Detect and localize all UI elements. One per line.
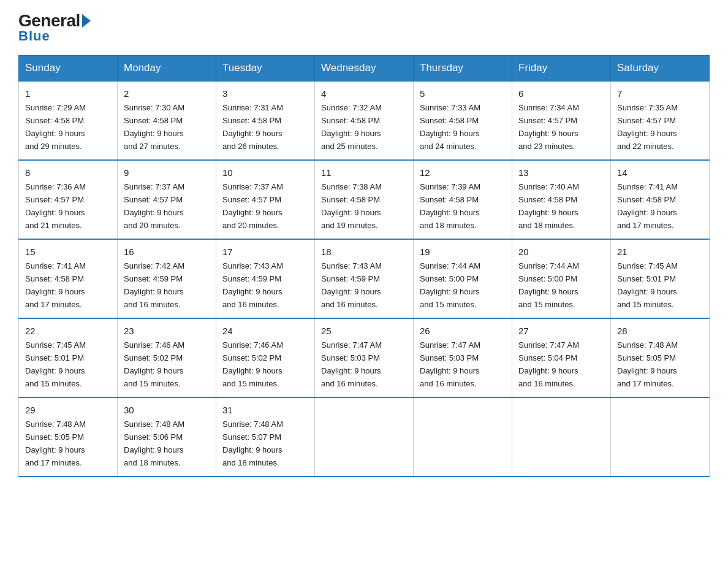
calendar-cell: 28 Sunrise: 7:48 AMSunset: 5:05 PMDaylig… xyxy=(611,318,710,397)
day-number: 4 xyxy=(321,86,407,101)
calendar-cell: 2 Sunrise: 7:30 AMSunset: 4:58 PMDayligh… xyxy=(118,81,216,160)
day-info: Sunrise: 7:48 AMSunset: 5:05 PMDaylight:… xyxy=(25,419,86,467)
week-row-5: 29 Sunrise: 7:48 AMSunset: 5:05 PMDaylig… xyxy=(19,397,710,477)
day-number: 21 xyxy=(617,245,703,259)
calendar-cell: 10 Sunrise: 7:37 AMSunset: 4:57 PMDaylig… xyxy=(216,160,315,239)
calendar-cell: 20 Sunrise: 7:44 AMSunset: 5:00 PMDaylig… xyxy=(512,239,611,318)
day-number: 31 xyxy=(222,403,308,417)
calendar-cell: 7 Sunrise: 7:35 AMSunset: 4:57 PMDayligh… xyxy=(611,81,710,160)
day-number: 22 xyxy=(25,324,111,338)
day-info: Sunrise: 7:36 AMSunset: 4:57 PMDaylight:… xyxy=(25,182,86,230)
day-number: 16 xyxy=(124,245,210,259)
calendar-body: 1 Sunrise: 7:29 AMSunset: 4:58 PMDayligh… xyxy=(19,81,710,477)
calendar-cell: 3 Sunrise: 7:31 AMSunset: 4:58 PMDayligh… xyxy=(216,81,315,160)
day-info: Sunrise: 7:47 AMSunset: 5:04 PMDaylight:… xyxy=(518,340,579,388)
day-info: Sunrise: 7:37 AMSunset: 4:57 PMDaylight:… xyxy=(124,182,184,230)
calendar-cell: 13 Sunrise: 7:40 AMSunset: 4:58 PMDaylig… xyxy=(512,160,611,239)
day-number: 30 xyxy=(124,403,210,417)
day-info: Sunrise: 7:46 AMSunset: 5:02 PMDaylight:… xyxy=(222,340,283,388)
day-info: Sunrise: 7:48 AMSunset: 5:07 PMDaylight:… xyxy=(222,419,283,467)
day-number: 1 xyxy=(25,86,111,101)
day-number: 3 xyxy=(222,86,308,101)
day-info: Sunrise: 7:37 AMSunset: 4:57 PMDaylight:… xyxy=(222,182,283,230)
day-number: 2 xyxy=(124,86,210,101)
calendar-cell xyxy=(512,397,611,477)
week-row-3: 15 Sunrise: 7:41 AMSunset: 4:58 PMDaylig… xyxy=(19,239,710,318)
day-number: 25 xyxy=(321,324,407,338)
week-row-4: 22 Sunrise: 7:45 AMSunset: 5:01 PMDaylig… xyxy=(19,318,710,397)
day-info: Sunrise: 7:35 AMSunset: 4:57 PMDaylight:… xyxy=(617,103,678,151)
calendar-cell: 4 Sunrise: 7:32 AMSunset: 4:58 PMDayligh… xyxy=(315,81,414,160)
calendar-table: SundayMondayTuesdayWednesdayThursdayFrid… xyxy=(18,55,710,477)
calendar-cell: 17 Sunrise: 7:43 AMSunset: 4:59 PMDaylig… xyxy=(216,239,315,318)
day-info: Sunrise: 7:45 AMSunset: 5:01 PMDaylight:… xyxy=(617,261,678,309)
day-number: 8 xyxy=(25,166,111,180)
day-number: 14 xyxy=(617,166,703,180)
calendar-cell xyxy=(611,397,710,477)
day-info: Sunrise: 7:42 AMSunset: 4:59 PMDaylight:… xyxy=(124,261,184,309)
page-header: General Blue xyxy=(18,12,710,44)
weekday-row: SundayMondayTuesdayWednesdayThursdayFrid… xyxy=(19,56,710,82)
calendar-cell: 22 Sunrise: 7:45 AMSunset: 5:01 PMDaylig… xyxy=(19,318,118,397)
calendar-cell: 15 Sunrise: 7:41 AMSunset: 4:58 PMDaylig… xyxy=(19,239,118,318)
day-info: Sunrise: 7:47 AMSunset: 5:03 PMDaylight:… xyxy=(321,340,382,388)
day-info: Sunrise: 7:45 AMSunset: 5:01 PMDaylight:… xyxy=(25,340,86,388)
logo: General Blue xyxy=(18,12,91,44)
day-number: 19 xyxy=(420,245,506,259)
day-number: 7 xyxy=(617,86,703,101)
day-info: Sunrise: 7:34 AMSunset: 4:57 PMDaylight:… xyxy=(518,103,579,151)
week-row-1: 1 Sunrise: 7:29 AMSunset: 4:58 PMDayligh… xyxy=(19,81,710,160)
day-info: Sunrise: 7:38 AMSunset: 4:58 PMDaylight:… xyxy=(321,182,382,230)
logo-name: General xyxy=(18,12,91,29)
calendar-cell: 29 Sunrise: 7:48 AMSunset: 5:05 PMDaylig… xyxy=(19,397,118,477)
day-info: Sunrise: 7:30 AMSunset: 4:58 PMDaylight:… xyxy=(124,103,184,151)
weekday-header-wednesday: Wednesday xyxy=(315,56,414,82)
weekday-header-friday: Friday xyxy=(512,56,611,82)
calendar-cell: 31 Sunrise: 7:48 AMSunset: 5:07 PMDaylig… xyxy=(216,397,315,477)
calendar-cell: 6 Sunrise: 7:34 AMSunset: 4:57 PMDayligh… xyxy=(512,81,611,160)
calendar-cell: 14 Sunrise: 7:41 AMSunset: 4:58 PMDaylig… xyxy=(611,160,710,239)
calendar-cell: 11 Sunrise: 7:38 AMSunset: 4:58 PMDaylig… xyxy=(315,160,414,239)
day-number: 15 xyxy=(25,245,111,259)
day-info: Sunrise: 7:47 AMSunset: 5:03 PMDaylight:… xyxy=(420,340,480,388)
calendar-cell: 18 Sunrise: 7:43 AMSunset: 4:59 PMDaylig… xyxy=(315,239,414,318)
calendar-cell: 16 Sunrise: 7:42 AMSunset: 4:59 PMDaylig… xyxy=(118,239,216,318)
calendar-cell: 27 Sunrise: 7:47 AMSunset: 5:04 PMDaylig… xyxy=(512,318,611,397)
calendar-cell: 21 Sunrise: 7:45 AMSunset: 5:01 PMDaylig… xyxy=(611,239,710,318)
calendar-cell: 24 Sunrise: 7:46 AMSunset: 5:02 PMDaylig… xyxy=(216,318,315,397)
weekday-header-sunday: Sunday xyxy=(19,56,118,82)
calendar-cell: 12 Sunrise: 7:39 AMSunset: 4:58 PMDaylig… xyxy=(414,160,512,239)
day-number: 27 xyxy=(518,324,604,338)
day-number: 18 xyxy=(321,245,407,259)
calendar-cell xyxy=(414,397,512,477)
day-info: Sunrise: 7:48 AMSunset: 5:05 PMDaylight:… xyxy=(617,340,678,388)
week-row-2: 8 Sunrise: 7:36 AMSunset: 4:57 PMDayligh… xyxy=(19,160,710,239)
day-number: 20 xyxy=(518,245,604,259)
weekday-header-monday: Monday xyxy=(118,56,216,82)
weekday-header-thursday: Thursday xyxy=(414,56,512,82)
day-info: Sunrise: 7:39 AMSunset: 4:58 PMDaylight:… xyxy=(420,182,480,230)
day-number: 13 xyxy=(518,166,604,180)
day-number: 12 xyxy=(420,166,506,180)
calendar-cell: 9 Sunrise: 7:37 AMSunset: 4:57 PMDayligh… xyxy=(118,160,216,239)
day-info: Sunrise: 7:44 AMSunset: 5:00 PMDaylight:… xyxy=(518,261,579,309)
calendar-cell: 1 Sunrise: 7:29 AMSunset: 4:58 PMDayligh… xyxy=(19,81,118,160)
day-number: 23 xyxy=(124,324,210,338)
day-number: 10 xyxy=(222,166,308,180)
calendar-cell: 26 Sunrise: 7:47 AMSunset: 5:03 PMDaylig… xyxy=(414,318,512,397)
day-info: Sunrise: 7:41 AMSunset: 4:58 PMDaylight:… xyxy=(25,261,86,309)
calendar-cell: 30 Sunrise: 7:48 AMSunset: 5:06 PMDaylig… xyxy=(118,397,216,477)
day-number: 5 xyxy=(420,86,506,101)
day-number: 11 xyxy=(321,166,407,180)
day-info: Sunrise: 7:48 AMSunset: 5:06 PMDaylight:… xyxy=(124,419,184,467)
calendar-cell xyxy=(315,397,414,477)
day-number: 9 xyxy=(124,166,210,180)
calendar-cell: 8 Sunrise: 7:36 AMSunset: 4:57 PMDayligh… xyxy=(19,160,118,239)
day-info: Sunrise: 7:33 AMSunset: 4:58 PMDaylight:… xyxy=(420,103,480,151)
day-info: Sunrise: 7:43 AMSunset: 4:59 PMDaylight:… xyxy=(222,261,283,309)
day-info: Sunrise: 7:43 AMSunset: 4:59 PMDaylight:… xyxy=(321,261,382,309)
calendar-cell: 19 Sunrise: 7:44 AMSunset: 5:00 PMDaylig… xyxy=(414,239,512,318)
day-info: Sunrise: 7:32 AMSunset: 4:58 PMDaylight:… xyxy=(321,103,382,151)
logo-arrow-icon xyxy=(82,14,91,28)
day-number: 24 xyxy=(222,324,308,338)
